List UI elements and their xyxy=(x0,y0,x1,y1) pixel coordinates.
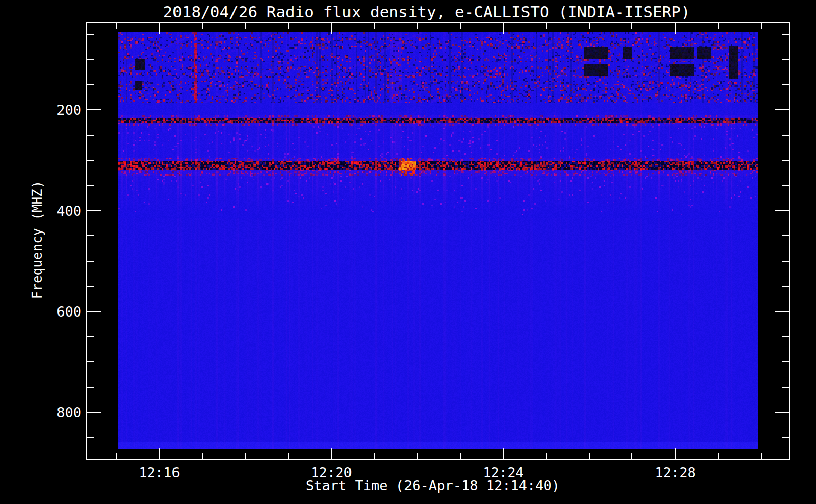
x-minor-tick-top xyxy=(546,23,547,29)
x-tick-label: 12:28 xyxy=(645,465,706,480)
x-minor-tick xyxy=(631,453,632,459)
x-major-tick xyxy=(159,448,160,459)
x-minor-tick-top xyxy=(589,23,590,29)
y-minor-tick xyxy=(87,361,94,362)
x-minor-tick xyxy=(589,453,590,459)
x-axis-title: Start Time (26-Apr-18 12:14:40) xyxy=(306,478,560,493)
y-axis-title: Frequency (MHZ) xyxy=(30,181,45,299)
y-minor-tick-right xyxy=(782,235,789,236)
chart-title: 2018/04/26 Radio flux density, e-CALLIST… xyxy=(163,3,690,21)
x-minor-tick xyxy=(116,453,117,459)
y-tick-label: 200 xyxy=(16,102,81,118)
x-major-tick-top xyxy=(159,23,160,34)
x-major-tick-top xyxy=(503,23,504,34)
y-minor-tick-right xyxy=(782,336,789,337)
x-major-tick xyxy=(331,448,332,459)
x-minor-tick-top xyxy=(288,23,289,29)
y-minor-tick xyxy=(87,286,94,287)
y-minor-tick xyxy=(87,160,94,161)
x-minor-tick xyxy=(417,453,418,459)
y-minor-tick-right xyxy=(782,160,789,161)
y-tick-label: 800 xyxy=(16,405,81,420)
x-minor-tick-top xyxy=(761,23,762,29)
y-minor-tick-right xyxy=(782,437,789,438)
y-minor-tick-right xyxy=(782,261,789,262)
y-major-tick-right xyxy=(775,210,789,211)
y-major-tick-right xyxy=(775,109,789,110)
x-tick-label: 12:16 xyxy=(129,465,190,480)
x-minor-tick xyxy=(718,453,719,459)
y-major-tick xyxy=(87,109,101,110)
x-minor-tick xyxy=(460,453,461,459)
y-minor-tick-right xyxy=(782,286,789,287)
x-major-tick-top xyxy=(675,23,676,34)
y-tick-label: 600 xyxy=(16,304,81,320)
x-minor-tick xyxy=(761,453,762,459)
y-minor-tick xyxy=(87,59,94,60)
y-minor-tick xyxy=(87,387,94,388)
y-minor-tick xyxy=(87,135,94,136)
x-major-tick xyxy=(675,448,676,459)
x-minor-tick xyxy=(245,453,246,459)
x-minor-tick-top xyxy=(245,23,246,29)
y-minor-tick xyxy=(87,185,94,186)
y-minor-tick-right xyxy=(782,185,789,186)
y-minor-tick-right xyxy=(782,59,789,60)
y-minor-tick-right xyxy=(782,361,789,362)
x-minor-tick-top xyxy=(631,23,632,29)
y-major-tick xyxy=(87,412,101,413)
x-minor-tick xyxy=(546,453,547,459)
y-minor-tick-right xyxy=(782,84,789,85)
y-minor-tick-right xyxy=(782,387,789,388)
x-major-tick-top xyxy=(331,23,332,34)
y-major-tick-right xyxy=(775,412,789,413)
y-major-tick xyxy=(87,210,101,211)
y-minor-tick-right xyxy=(782,135,789,136)
x-minor-tick-top xyxy=(374,23,375,29)
x-minor-tick-top xyxy=(417,23,418,29)
y-minor-tick xyxy=(87,34,94,35)
x-minor-tick-top xyxy=(116,23,117,29)
y-minor-tick-right xyxy=(782,34,789,35)
y-minor-tick xyxy=(87,235,94,236)
y-major-tick xyxy=(87,311,101,312)
spectrogram-screenshot: 2018/04/26 Radio flux density, e-CALLIST… xyxy=(0,0,816,504)
x-minor-tick xyxy=(202,453,203,459)
y-minor-tick xyxy=(87,261,94,262)
spectrogram-canvas xyxy=(118,32,758,449)
y-minor-tick xyxy=(87,84,94,85)
y-minor-tick xyxy=(87,437,94,438)
x-minor-tick xyxy=(288,453,289,459)
x-minor-tick-top xyxy=(460,23,461,29)
x-minor-tick-top xyxy=(718,23,719,29)
x-major-tick xyxy=(503,448,504,459)
y-major-tick-right xyxy=(775,311,789,312)
y-minor-tick xyxy=(87,336,94,337)
y-tick-label: 400 xyxy=(16,203,81,219)
x-minor-tick-top xyxy=(202,23,203,29)
x-minor-tick xyxy=(374,453,375,459)
